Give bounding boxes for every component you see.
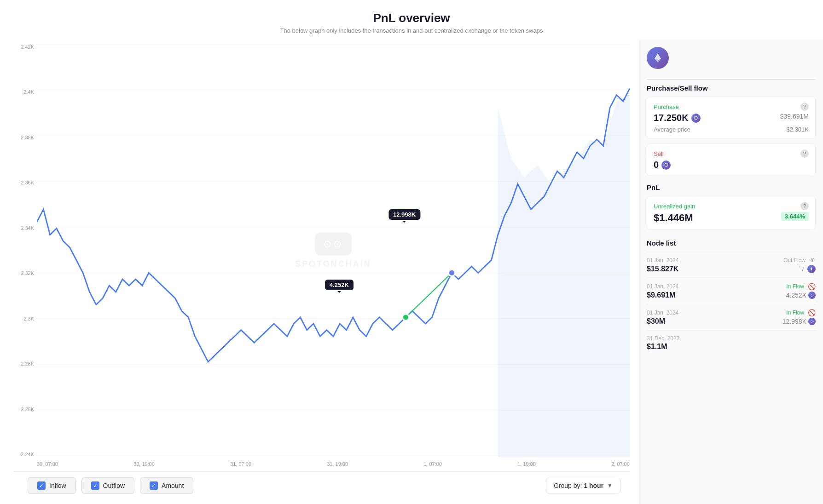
node-0-eye-icon[interactable]: 👁: [809, 257, 816, 264]
x-label-2: 31, 07:00: [230, 461, 251, 467]
sell-help-icon[interactable]: ?: [800, 149, 809, 158]
node-1-usd: $9.691M: [647, 291, 675, 299]
purchase-sell-title: Purchase/Sell flow: [647, 84, 816, 92]
amount-label: Amount: [162, 482, 184, 489]
x-label-1: 30, 19:00: [133, 461, 155, 467]
inflow-checkbox-box: ✓: [37, 481, 46, 490]
group-by-dropdown[interactable]: Group by: 1 hour ▼: [546, 478, 620, 493]
node-item-3: 31 Dec, 2023 $1.1M: [647, 330, 816, 355]
svg-point-13: [448, 269, 455, 276]
y-label-7: 2.28K: [14, 361, 37, 367]
outflow-checkbox[interactable]: ✓ Outflow: [81, 477, 134, 494]
amount-checkbox-box: ✓: [150, 481, 158, 490]
node-1-eth-icon: ⬡: [808, 292, 816, 299]
node-2-num: 12.998K: [782, 318, 806, 325]
chart-area: 2.42K 2.4K 2.38K 2.36K 2.34K 2.32K 2.3K …: [0, 40, 639, 504]
y-label-5: 2.32K: [14, 270, 37, 276]
inflow-label: Inflow: [49, 482, 66, 489]
inflow-checkbox[interactable]: ✓ Inflow: [28, 477, 76, 494]
unrealized-help-icon[interactable]: ?: [800, 202, 809, 210]
node-3-date: 31 Dec, 2023: [647, 335, 679, 342]
node-1-flow: In Flow: [786, 283, 804, 290]
node-3-usd: $1.1M: [647, 343, 667, 351]
y-label-3: 2.36K: [14, 180, 37, 185]
purchase-card-header: Purchase ?: [654, 103, 809, 111]
x-label-5: 1, 19:00: [517, 461, 536, 467]
amount-checkbox[interactable]: ✓ Amount: [140, 477, 193, 494]
y-label-6: 2.3K: [14, 316, 37, 321]
dropdown-arrow-icon: ▼: [607, 482, 613, 489]
y-label-2: 2.38K: [14, 135, 37, 140]
node-2-amount: 12.998K ⬡: [782, 318, 816, 325]
avg-price-label: Average price: [654, 126, 690, 133]
pnl-title: PnL: [647, 183, 816, 191]
unrealized-row: $1.446M 3.644%: [654, 212, 809, 224]
x-label-4: 1, 07:00: [423, 461, 442, 467]
node-item-1-body: $9.691M 4.252K ⬡: [647, 291, 816, 299]
sell-card: Sell ? 0 ⬡: [647, 143, 816, 176]
node-0-eth-icon: ⬆: [807, 265, 816, 273]
node-0-amount: 7 ⬆: [801, 265, 816, 273]
purchase-flow-row: 17.250K ⬡ $39.691M: [654, 113, 809, 123]
node-item-3-body: $1.1M: [647, 343, 816, 351]
node-2-eye-icon[interactable]: 🚫: [808, 309, 816, 316]
purchase-eth-icon: ⬡: [691, 114, 701, 123]
node-0-flow: Out Flow: [783, 257, 806, 263]
unrealized-value: $1.446M: [654, 212, 693, 224]
node-0-date: 01 Jan, 2024: [647, 257, 678, 263]
y-axis: 2.42K 2.4K 2.38K 2.36K 2.34K 2.32K 2.3K …: [14, 44, 37, 457]
unrealized-pct: 3.644%: [781, 212, 809, 221]
node-list-section: Node list 01 Jan, 2024 Out Flow 👁 $15.82…: [647, 239, 816, 355]
watermark: ⊙⊙ SPOTONCHAIN: [295, 233, 371, 269]
svg-marker-10: [498, 95, 630, 457]
sell-eth-icon: ⬡: [661, 160, 671, 170]
purchase-help-icon[interactable]: ?: [800, 103, 809, 111]
y-label-4: 2.34K: [14, 225, 37, 231]
purchase-amount: 17.250K ⬡: [654, 113, 701, 123]
purchase-card: Purchase ? 17.250K ⬡ $39.691M Average pr…: [647, 97, 816, 139]
chart-wrapper: 2.42K 2.4K 2.38K 2.36K 2.34K 2.32K 2.3K …: [14, 44, 630, 471]
x-label-3: 31, 19:00: [327, 461, 348, 467]
node-2-date: 01 Jan, 2024: [647, 309, 678, 316]
node-item-0-body: $15.827K 7 ⬆: [647, 265, 816, 273]
sidebar-divider-1: [647, 79, 816, 80]
sell-label: Sell: [654, 150, 664, 157]
node-item-0: 01 Jan, 2024 Out Flow 👁 $15.827K 7 ⬆: [647, 252, 816, 278]
y-label-8: 2.26K: [14, 407, 37, 412]
right-sidebar: Purchase/Sell flow Purchase ? 17.250K ⬡ …: [639, 40, 823, 504]
unrealized-label: Unrealized gain: [654, 203, 695, 210]
node-list-title: Node list: [647, 239, 816, 247]
page-title: PnL overview: [0, 11, 823, 25]
svg-line-11: [406, 273, 452, 317]
node-1-amount: 4.252K ⬡: [786, 292, 816, 299]
node-item-1: 01 Jan, 2024 In Flow 🚫 $9.691M 4.252K ⬡: [647, 278, 816, 304]
page-header: PnL overview The below graph only includ…: [0, 0, 823, 40]
eth-icon: [647, 47, 669, 69]
sell-card-header: Sell ?: [654, 149, 809, 158]
node-0-num: 7: [801, 265, 805, 273]
unrealized-card: Unrealized gain ? $1.446M 3.644%: [647, 196, 816, 230]
watermark-text: SPOTONCHAIN: [295, 259, 371, 269]
node-0-usd: $15.827K: [647, 265, 678, 273]
y-label-9: 2.24K: [14, 452, 37, 457]
controls-bar: ✓ Inflow ✓ Outflow ✓ Amount Group by:: [14, 471, 630, 499]
outflow-label: Outflow: [103, 482, 125, 489]
group-by-text: Group by: 1 hour: [554, 482, 603, 489]
page-subtitle: The below graph only includes the transa…: [0, 27, 823, 34]
watermark-logo: ⊙⊙: [315, 233, 352, 256]
node-1-eye-icon[interactable]: 🚫: [808, 283, 816, 290]
x-axis: 30, 07:00 30, 19:00 31, 07:00 31, 19:00 …: [37, 457, 630, 471]
node-1-date: 01 Jan, 2024: [647, 283, 678, 290]
sell-amount: 0 ⬡: [654, 160, 809, 170]
node-2-eth-icon: ⬡: [808, 318, 816, 325]
node-2-usd: $30M: [647, 317, 665, 326]
node-item-1-header: 01 Jan, 2024 In Flow 🚫: [647, 283, 816, 290]
purchase-usd: $39.691M: [780, 113, 809, 120]
purchase-label: Purchase: [654, 103, 679, 110]
node-item-2-header: 01 Jan, 2024 In Flow 🚫: [647, 309, 816, 316]
outflow-checkbox-box: ✓: [91, 481, 99, 490]
chart-svg-container: ⊙⊙ SPOTONCHAIN: [37, 44, 630, 457]
x-label-6: 2, 07:00: [611, 461, 630, 467]
node-2-flow: In Flow: [786, 309, 804, 316]
node-item-2-body: $30M 12.998K ⬡: [647, 317, 816, 326]
